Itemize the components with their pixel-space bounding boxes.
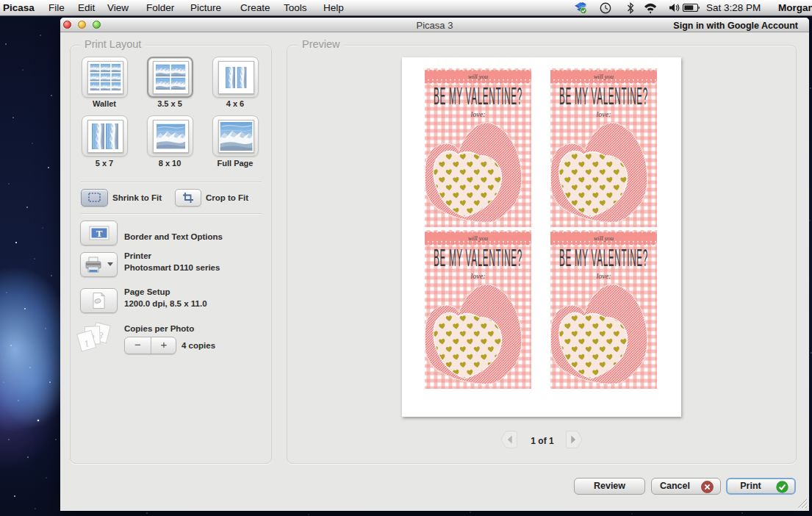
svg-text:T: T bbox=[96, 228, 103, 239]
